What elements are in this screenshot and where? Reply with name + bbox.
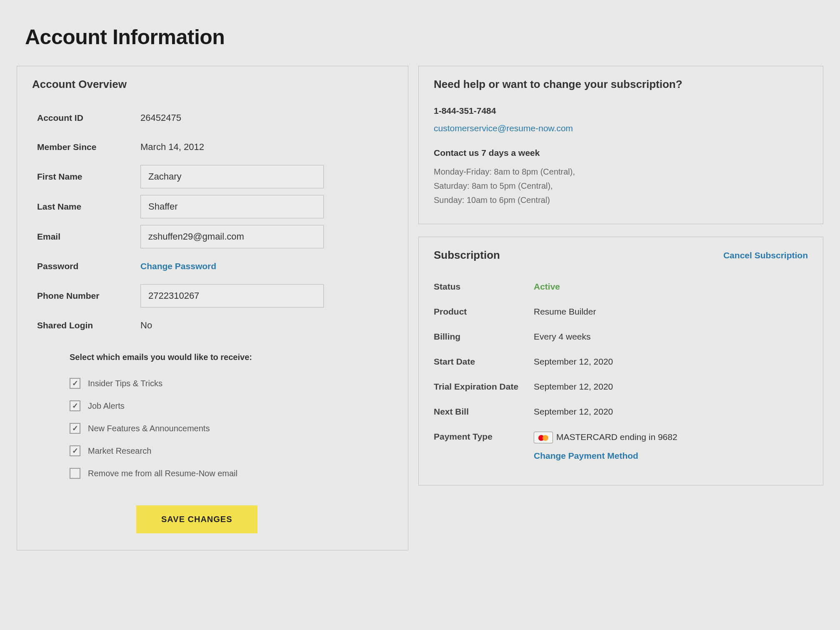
help-title: Need help or want to change your subscri… (434, 78, 808, 91)
value-member-since: March 14, 2012 (140, 142, 204, 152)
mastercard-icon (534, 432, 553, 443)
overview-title: Account Overview (32, 78, 393, 91)
phone-input[interactable] (140, 284, 324, 308)
label-product: Product (434, 307, 534, 317)
change-payment-link[interactable]: Change Payment Method (534, 451, 638, 460)
subscription-panel: Subscription Cancel Subscription Status … (418, 237, 823, 485)
save-changes-button[interactable]: SAVE CHANGES (136, 505, 258, 533)
help-hours-line1: Monday-Friday: 8am to 8pm (Central), (434, 165, 808, 179)
change-password-link[interactable]: Change Password (140, 261, 216, 271)
label-member-since: Member Since (32, 142, 140, 152)
value-start-date: September 12, 2020 (534, 357, 808, 367)
value-payment-card: MASTERCARD ending in 9682 (556, 432, 678, 442)
label-account-id: Account ID (32, 113, 140, 123)
help-hours-line3: Sunday: 10am to 6pm (Central) (434, 193, 808, 207)
checkbox-label-market-research: Market Research (88, 446, 151, 456)
checkbox-label-insider-tips: Insider Tips & Tricks (88, 379, 162, 388)
label-password: Password (32, 261, 140, 271)
checkbox-label-job-alerts: Job Alerts (88, 401, 125, 411)
label-status: Status (434, 282, 534, 292)
value-billing: Every 4 weeks (534, 332, 808, 342)
help-email-link[interactable]: customerservice@resume-now.com (434, 121, 808, 136)
value-status: Active (534, 282, 808, 292)
checkbox-job-alerts[interactable] (70, 400, 80, 411)
value-shared-login: No (140, 320, 152, 331)
label-phone: Phone Number (32, 291, 140, 301)
label-payment-type: Payment Type (434, 432, 534, 442)
account-overview-panel: Account Overview Account ID 26452475 Mem… (17, 66, 408, 550)
subscription-title: Subscription (434, 249, 500, 262)
label-email: Email (32, 232, 140, 242)
checkbox-new-features[interactable] (70, 423, 80, 434)
checkbox-remove-all[interactable] (70, 468, 80, 479)
label-start-date: Start Date (434, 357, 534, 367)
value-product: Resume Builder (534, 307, 808, 317)
label-billing: Billing (434, 332, 534, 342)
value-next-bill: September 12, 2020 (534, 407, 808, 417)
label-next-bill: Next Bill (434, 407, 534, 417)
first-name-input[interactable] (140, 165, 324, 188)
help-hours-line2: Saturday: 8am to 5pm (Central), (434, 179, 808, 193)
checkbox-label-new-features: New Features & Announcements (88, 424, 210, 433)
checkbox-insider-tips[interactable] (70, 378, 80, 389)
label-first-name: First Name (32, 172, 140, 182)
last-name-input[interactable] (140, 195, 324, 218)
checkbox-label-remove-all: Remove me from all Resume-Now email (88, 469, 238, 478)
help-contact-subtitle: Contact us 7 days a week (434, 145, 808, 160)
email-prefs-title: Select which emails you would like to re… (70, 352, 376, 362)
label-last-name: Last Name (32, 202, 140, 212)
label-trial-expiration: Trial Expiration Date (434, 382, 534, 392)
value-account-id: 26452475 (140, 112, 181, 123)
checkbox-market-research[interactable] (70, 445, 80, 456)
help-panel: Need help or want to change your subscri… (418, 66, 823, 224)
page-title: Account Information (25, 25, 823, 49)
label-shared-login: Shared Login (32, 320, 140, 330)
help-phone: 1-844-351-7484 (434, 103, 808, 118)
email-input[interactable] (140, 225, 324, 248)
cancel-subscription-link[interactable]: Cancel Subscription (723, 250, 808, 260)
value-trial-expiration: September 12, 2020 (534, 382, 808, 392)
